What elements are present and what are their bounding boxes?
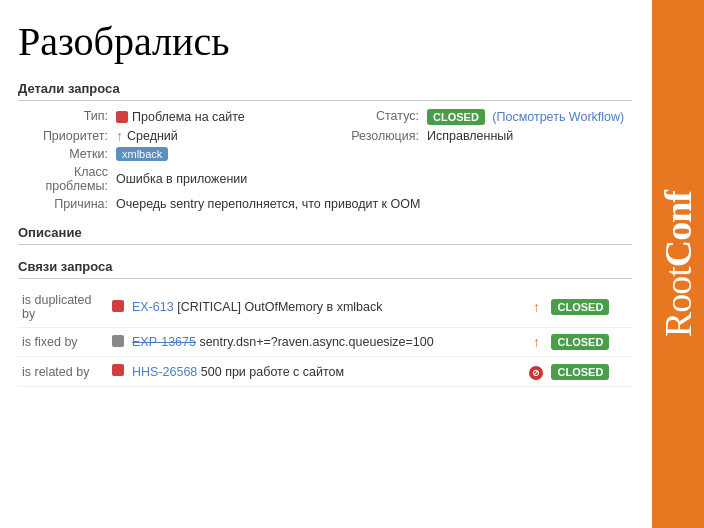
relation-row-1: is duplicated by EX-613 [CRITICAL] OutOf… [18, 287, 632, 328]
priority-value: ↑ Средний [116, 129, 321, 143]
page-title: Разобрались [18, 18, 632, 65]
brand-conf: Conf [657, 191, 699, 267]
relation-icon-2 [108, 328, 128, 357]
relation-link-3[interactable]: HHS-26568 [132, 365, 197, 379]
orange-sidebar: RootConf [652, 0, 704, 528]
relation-arrow-3: ⊘ [525, 357, 547, 387]
up-arrow-icon-1: ↑ [533, 299, 540, 315]
relation-text-2: sentry.dsn+=?raven.async.queuesize=100 [199, 335, 433, 349]
brand-root: Root [657, 267, 699, 337]
reason-value: Очередь sentry переполняется, что привод… [116, 197, 632, 211]
relation-type-2: is fixed by [18, 328, 108, 357]
relation-row-2: is fixed by EXP-13675 sentry.dsn+=?raven… [18, 328, 632, 357]
closed-badge-3: CLOSED [551, 364, 609, 380]
relation-type-1: is duplicated by [18, 287, 108, 328]
relation-link-cell-2: EXP-13675 sentry.dsn+=?raven.async.queue… [128, 328, 525, 357]
relations-header: Связи запроса [18, 259, 632, 279]
description-header: Описание [18, 225, 632, 245]
class-label: Класс проблемы: [18, 165, 108, 193]
workflow-link[interactable]: (Посмотреть Workflow) [489, 110, 624, 124]
closed-badge-2: CLOSED [551, 334, 609, 350]
arrow-up-icon: ↑ [116, 129, 123, 143]
type-text: Проблема на сайте [132, 110, 245, 124]
resolution-text: Исправленный [427, 129, 513, 143]
relation-link-1[interactable]: EX-613 [132, 300, 174, 314]
class-value: Ошибка в приложении [116, 165, 632, 193]
relation-arrow-2: ↑ [525, 328, 547, 357]
relation-status-3: CLOSED [547, 357, 632, 387]
priority-text: Средний [127, 129, 178, 143]
red-square-icon-3 [112, 364, 124, 376]
details-grid: Тип: Проблема на сайте Статус: CLOSED (П… [18, 109, 632, 211]
relations-table: is duplicated by EX-613 [CRITICAL] OutOf… [18, 287, 632, 387]
relation-icon-3 [108, 357, 128, 387]
relation-text-1: [CRITICAL] OutOfMemory в xmlback [177, 300, 382, 314]
class-text: Ошибка в приложении [116, 172, 247, 186]
status-label: Статус: [329, 109, 419, 125]
relation-status-2: CLOSED [547, 328, 632, 357]
relation-link-2[interactable]: EXP-13675 [132, 335, 196, 349]
relation-text-3: 500 при работе с сайтом [201, 365, 344, 379]
relation-type-3: is related by [18, 357, 108, 387]
gray-square-icon-2 [112, 335, 124, 347]
relation-link-cell-1: EX-613 [CRITICAL] OutOfMemory в xmlback [128, 287, 525, 328]
priority-label: Приоритет: [18, 129, 108, 143]
up-arrow-icon-2: ↑ [533, 334, 540, 350]
status-badge: CLOSED [427, 109, 485, 125]
tags-value: xmlback [116, 147, 321, 161]
type-label: Тип: [18, 109, 108, 125]
details-header: Детали запроса [18, 81, 632, 101]
details-section: Детали запроса Тип: Проблема на сайте Ст… [18, 81, 632, 211]
resolution-label: Резолюция: [329, 129, 419, 143]
red-square-icon-1 [112, 300, 124, 312]
description-section: Описание [18, 225, 632, 245]
no-entry-icon-3: ⊘ [529, 366, 543, 380]
brand-text: RootConf [656, 191, 700, 337]
relations-section: Связи запроса is duplicated by EX-613 [C… [18, 259, 632, 387]
tag-badge: xmlback [116, 147, 168, 161]
tags-label: Метки: [18, 147, 108, 161]
relation-arrow-1: ↑ [525, 287, 547, 328]
relation-link-cell-3: HHS-26568 500 при работе с сайтом [128, 357, 525, 387]
relation-row-3: is related by HHS-26568 500 при работе с… [18, 357, 632, 387]
status-value: CLOSED (Посмотреть Workflow) [427, 109, 632, 125]
type-value: Проблема на сайте [116, 109, 321, 125]
relation-status-1: CLOSED [547, 287, 632, 328]
resolution-value: Исправленный [427, 129, 632, 143]
reason-text: Очередь sentry переполняется, что привод… [116, 197, 420, 211]
relation-icon-1 [108, 287, 128, 328]
reason-label: Причина: [18, 197, 108, 211]
red-square-icon [116, 111, 128, 123]
closed-badge-1: CLOSED [551, 299, 609, 315]
